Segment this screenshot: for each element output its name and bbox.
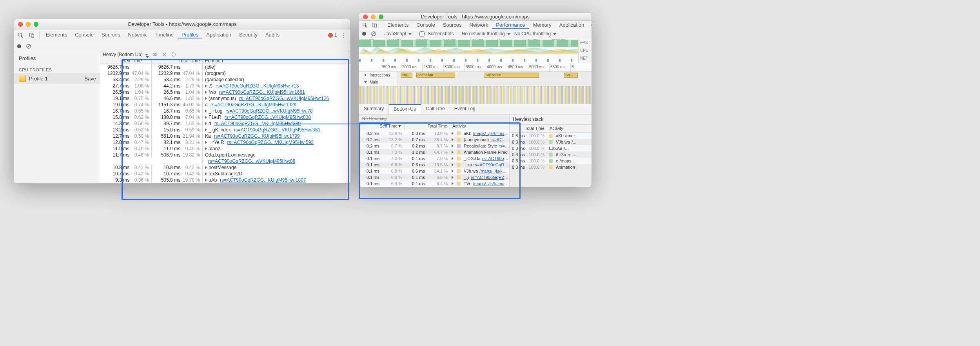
timeline-ruler[interactable]: 1500 ms2000 ms2500 ms3000 ms3500 ms4000 …	[359, 63, 592, 72]
profile-row[interactable]: 10.7 ms0.42 %10.7 ms0.42 %texSubImage2D	[100, 171, 350, 177]
focus-icon[interactable]	[152, 52, 158, 57]
record-icon[interactable]	[361, 31, 367, 36]
profile-row[interactable]: 26.5 ms1.04 %26.5 ms1.04 %fwbrs=ACT90oGq…	[100, 89, 350, 95]
flame-chart[interactable]	[359, 86, 592, 104]
record-icon[interactable]	[16, 44, 22, 49]
expand-triangle-icon[interactable]	[452, 169, 454, 173]
bottom-up-row[interactable]: 0.1 ms6.8 %0.6 ms34.1 %VJb.wa /maps/_/js…	[359, 168, 509, 174]
expand-triangle-icon[interactable]	[452, 132, 454, 135]
net-throttle-dropdown[interactable]: No network throttling	[462, 31, 510, 36]
source-link[interactable]: /...	[564, 146, 568, 151]
tab-application[interactable]: Application	[202, 32, 235, 38]
source-link[interactable]: rs=ACT90oGqRZGGxuWo-z8BL...	[471, 175, 509, 180]
bottom-up-row[interactable]: 0.1 ms7.3 %1.2 ms64.7 %Animation Frame F…	[359, 149, 509, 155]
bottom-up-row[interactable]: 0.1 ms6.8 %0.1 ms6.8 %_.ji rs=ACT90oGqRZ…	[359, 174, 509, 180]
bottom-up-row[interactable]: 0.1 ms6.8 %0.3 ms13.6 %_.zp rs=ACT90oGqR…	[359, 162, 509, 168]
source-link[interactable]: rs=ACT90oGqRZGGx...	[490, 137, 509, 142]
timeline-tracks[interactable]: Interactions Ani…ion Animation Animation…	[359, 72, 592, 86]
tab-console[interactable]: Console	[71, 32, 98, 38]
tab-elements[interactable]: Elements	[42, 32, 71, 38]
profile-row[interactable]: 58.4 ms2.29 %58.4 ms2.29 %(garbage colle…	[100, 76, 350, 83]
source-link[interactable]: rs=ACT90oGqRZGG...KUIgM95Hw:1799	[214, 133, 300, 139]
source-link[interactable]: rs=ACT90oGqRZGG...VKUIgM95Hw:593	[227, 140, 314, 145]
profile-row[interactable]: 11.9 ms0.46 %11.9 ms0.46 %atan2	[100, 146, 350, 152]
bottom-up-row[interactable]: 0.1 ms7.0 %0.1 ms7.0 %_.CG.Da rs=ACT90oG…	[359, 155, 509, 162]
source-link[interactable]: rs=ACT90oGqRZGG...KUIgM95Hw:713	[216, 83, 299, 89]
expand-triangle-icon[interactable]	[205, 109, 207, 113]
source-link[interactable]: rs=ACT90oGqRZGG...wVKUIgM95Hw:78	[225, 108, 312, 114]
tab-network[interactable]: Network	[124, 32, 151, 38]
minimize-window-button[interactable]	[26, 22, 31, 27]
close-window-button[interactable]	[18, 22, 23, 27]
bottom-tab-bottom-up[interactable]: Bottom-Up	[388, 104, 421, 114]
source-link[interactable]: rs=ACT90oGqRZGG...VKUIgM95Hw:838	[225, 115, 311, 120]
profile-row[interactable]: 19.0 ms0.74 %1151.3 ms45.02 %crs=ACT90oG…	[100, 102, 350, 108]
expand-triangle-icon[interactable]	[205, 122, 207, 125]
profile-row[interactable]: rs=ACT90oGqRZGG...wVKUIgM95Hw:88	[100, 158, 350, 164]
tab-security[interactable]: Security	[235, 32, 261, 38]
view-mode-select[interactable]: Heavy (Bottom Up)	[103, 52, 148, 57]
bottom-tab-call-tree[interactable]: Call Tree	[421, 104, 450, 114]
expand-triangle-icon[interactable]	[205, 128, 207, 131]
inspect-element-icon[interactable]	[17, 32, 24, 39]
header-total-time[interactable]: Total Time	[178, 58, 200, 64]
inspect-element-icon[interactable]	[362, 22, 368, 29]
profile-row[interactable]: 19.1 ms0.75 %46.6 ms1.82 %(anonymous)rs=…	[100, 95, 350, 102]
tab-elements[interactable]: Elements	[383, 22, 412, 28]
tab-profiles[interactable]: Profiles	[178, 32, 202, 38]
source-link[interactable]: rs=ACT90oGqRZGGxuWo...	[482, 156, 509, 161]
expand-triangle-icon[interactable]	[205, 172, 207, 175]
tab-performance[interactable]: Performance	[492, 22, 529, 29]
expand-triangle-icon[interactable]	[205, 141, 207, 144]
heaviest-stack-row[interactable]: 0.3 ms100.0 %Animation	[510, 164, 592, 170]
header-total-time[interactable]: Total Time	[510, 125, 547, 132]
tab-application[interactable]: Application	[555, 22, 588, 28]
source-link[interactable]: /maps/_/js/k=maps.m.en.ye...	[479, 169, 509, 173]
tab-memory[interactable]: Memory	[529, 22, 555, 28]
delete-x-icon[interactable]	[162, 52, 167, 57]
header-function[interactable]: Function	[205, 58, 223, 64]
expand-triangle-icon[interactable]	[452, 157, 454, 160]
device-toggle-icon[interactable]	[28, 32, 35, 39]
screenshots-checkbox[interactable]: Screenshots	[419, 31, 454, 36]
expand-triangle-icon[interactable]	[205, 147, 207, 150]
source-link[interactable]: rs=ACT90oGqRZ...	[499, 144, 509, 148]
profile-row[interactable]: 12.0 ms0.47 %82.1 ms3.21 %_.rYe.Rrs=ACT9…	[100, 139, 350, 146]
heaviest-stack-row[interactable]: 0.3 ms100.0 %LJb.Aa /...	[510, 145, 592, 151]
tab-console[interactable]: Console	[412, 22, 439, 28]
clear-icon[interactable]	[26, 44, 31, 49]
more-options-icon[interactable]: ⋮	[341, 32, 347, 38]
heaviest-stack-row[interactable]: 0.3 ms100.0 %c /maps...	[510, 158, 592, 164]
bottom-up-row[interactable]: 0.3 ms13.9 %0.3 ms13.9 %aKb /maps/_/js/k…	[359, 130, 509, 137]
source-link[interactable]: /maps...	[560, 158, 575, 163]
tab-audits[interactable]: Audits	[261, 32, 283, 38]
expand-triangle-icon[interactable]	[205, 116, 207, 119]
tab-timeline[interactable]: Timeline	[151, 32, 178, 38]
grouping-label[interactable]: No Grouping	[359, 115, 509, 122]
zoom-window-button[interactable]	[379, 15, 383, 19]
tab-sources[interactable]: Sources	[98, 32, 124, 38]
profile-row[interactable]: 13.2 ms0.52 %15.0 ms0.59 %_.gK.indexrs=A…	[100, 127, 350, 133]
track-segment[interactable]: An…on	[564, 73, 578, 78]
source-link[interactable]: rs=ACT90oGqRZGG...wVKUIgM95Hw:126	[239, 96, 329, 101]
profile-row[interactable]: 9626.7 ms9626.7 ms(idle)	[100, 64, 350, 70]
source-link[interactable]: rs=ACT90oGqRZGG...VKUIgM95Hw:381	[234, 127, 320, 133]
header-activity[interactable]: Activity	[452, 124, 466, 128]
source-link[interactable]: rs=ACT90oGqRZGGxuWo-z8B...	[474, 162, 509, 167]
source-link[interactable]: rs=ACT90oGqRZGG...KUIgM95Hw:1661	[219, 89, 305, 95]
profile-row[interactable]: 1202.9 ms47.04 %1202.9 ms47.04 %(program…	[100, 70, 350, 76]
profile-row[interactable]: 12.7 ms0.50 %561.0 ms21.94 %Kars=ACT90oG…	[100, 133, 350, 139]
header-total-time[interactable]: Total Time	[428, 124, 447, 128]
sidebar-profile-item[interactable]: Profile 1 Save	[14, 73, 100, 84]
header-self-time[interactable]: Self Time	[122, 58, 142, 64]
expand-triangle-icon[interactable]	[452, 138, 454, 141]
source-link[interactable]: /maps/_/js/k=maps.m.en.yeALR...	[473, 131, 509, 136]
profile-save-link[interactable]: Save	[84, 76, 96, 82]
source-link[interactable]: rs=ACT90oGqRZGG...KUIgM95Hw:1807	[220, 177, 306, 183]
expand-triangle-icon[interactable]	[205, 178, 207, 182]
expand-triangle-icon[interactable]	[205, 166, 207, 169]
bottom-up-row[interactable]: 0.1 ms6.4 %0.1 ms6.4 %TVe /maps/_/js/k=m…	[359, 180, 509, 187]
bottom-tab-summary[interactable]: Summary	[359, 104, 388, 114]
expand-triangle-icon[interactable]	[452, 176, 454, 179]
heaviest-stack-row[interactable]: 0.3 ms100.0 %VJb.wa /...	[510, 139, 592, 145]
